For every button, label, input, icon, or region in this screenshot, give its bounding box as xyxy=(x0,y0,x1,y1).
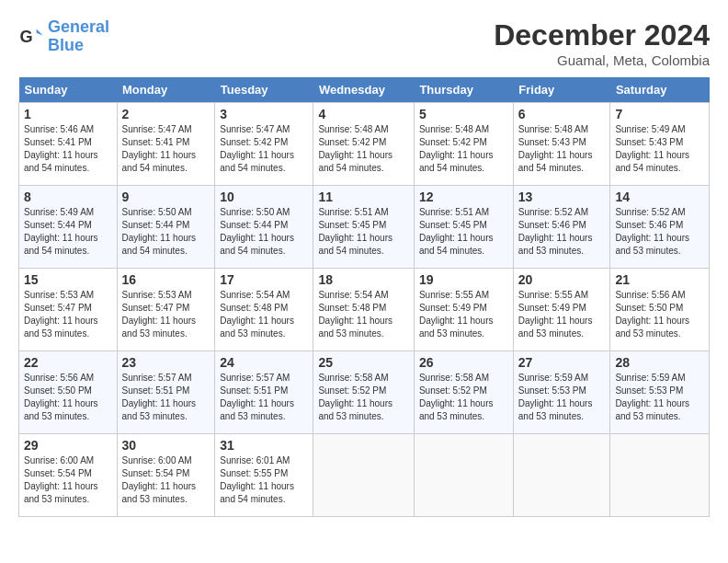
day-info: Sunrise: 5:52 AMSunset: 5:46 PMDaylight:… xyxy=(615,207,689,256)
weekday-wednesday: Wednesday xyxy=(313,77,415,103)
day-cell: 2 Sunrise: 5:47 AMSunset: 5:41 PMDayligh… xyxy=(117,103,215,186)
day-cell: 1 Sunrise: 5:46 AMSunset: 5:41 PMDayligh… xyxy=(19,103,118,186)
day-info: Sunrise: 5:58 AMSunset: 5:52 PMDaylight:… xyxy=(318,373,392,421)
day-info: Sunrise: 5:48 AMSunset: 5:42 PMDaylight:… xyxy=(318,124,392,173)
day-number: 2 xyxy=(122,107,210,121)
day-cell xyxy=(513,434,610,517)
day-number: 22 xyxy=(24,355,112,370)
day-cell: 17 Sunrise: 5:54 AMSunset: 5:48 PMDaylig… xyxy=(215,269,313,351)
day-cell: 29 Sunrise: 6:00 AMSunset: 5:54 PMDaylig… xyxy=(19,434,118,517)
week-row-1: 1 Sunrise: 5:46 AMSunset: 5:41 PMDayligh… xyxy=(19,103,710,186)
logo-line1: General xyxy=(48,17,109,36)
day-number: 28 xyxy=(615,355,704,370)
day-number: 21 xyxy=(615,272,704,287)
day-cell: 12 Sunrise: 5:51 AMSunset: 5:45 PMDaylig… xyxy=(414,186,513,269)
day-info: Sunrise: 5:58 AMSunset: 5:52 PMDaylight:… xyxy=(419,373,494,421)
day-info: Sunrise: 6:00 AMSunset: 5:54 PMDaylight:… xyxy=(122,455,197,504)
day-info: Sunrise: 5:59 AMSunset: 5:53 PMDaylight:… xyxy=(615,373,689,421)
day-cell: 14 Sunrise: 5:52 AMSunset: 5:46 PMDaylig… xyxy=(610,186,710,269)
day-number: 7 xyxy=(615,107,704,121)
day-number: 23 xyxy=(122,355,210,370)
day-info: Sunrise: 5:47 AMSunset: 5:41 PMDaylight:… xyxy=(122,124,197,173)
day-info: Sunrise: 5:54 AMSunset: 5:48 PMDaylight:… xyxy=(220,290,294,339)
day-number: 5 xyxy=(419,107,508,121)
day-number: 13 xyxy=(518,190,606,204)
day-number: 29 xyxy=(24,438,112,453)
day-number: 12 xyxy=(419,190,508,204)
day-info: Sunrise: 5:50 AMSunset: 5:44 PMDaylight:… xyxy=(220,207,294,256)
day-info: Sunrise: 5:52 AMSunset: 5:46 PMDaylight:… xyxy=(518,207,593,256)
day-cell: 30 Sunrise: 6:00 AMSunset: 5:54 PMDaylig… xyxy=(117,434,215,517)
day-number: 26 xyxy=(419,355,508,370)
location: Guamal, Meta, Colombia xyxy=(494,52,710,68)
day-cell: 13 Sunrise: 5:52 AMSunset: 5:46 PMDaylig… xyxy=(513,186,610,269)
day-cell: 11 Sunrise: 5:51 AMSunset: 5:45 PMDaylig… xyxy=(313,186,415,269)
day-info: Sunrise: 5:50 AMSunset: 5:44 PMDaylight:… xyxy=(122,207,197,256)
day-cell: 28 Sunrise: 5:59 AMSunset: 5:53 PMDaylig… xyxy=(610,351,710,434)
day-cell: 18 Sunrise: 5:54 AMSunset: 5:48 PMDaylig… xyxy=(313,269,415,351)
day-number: 25 xyxy=(318,355,409,370)
weekday-tuesday: Tuesday xyxy=(215,77,313,103)
day-info: Sunrise: 5:54 AMSunset: 5:48 PMDaylight:… xyxy=(318,290,392,339)
day-number: 6 xyxy=(518,107,606,121)
day-number: 31 xyxy=(220,438,308,453)
calendar: SundayMondayTuesdayWednesdayThursdayFrid… xyxy=(18,77,710,517)
day-cell: 27 Sunrise: 5:59 AMSunset: 5:53 PMDaylig… xyxy=(513,351,610,434)
day-cell: 26 Sunrise: 5:58 AMSunset: 5:52 PMDaylig… xyxy=(414,351,513,434)
title-section: December 2024 Guamal, Meta, Colombia xyxy=(494,18,710,68)
day-cell: 4 Sunrise: 5:48 AMSunset: 5:42 PMDayligh… xyxy=(313,103,415,186)
weekday-monday: Monday xyxy=(117,77,215,103)
day-info: Sunrise: 5:47 AMSunset: 5:42 PMDaylight:… xyxy=(220,124,294,173)
day-cell: 23 Sunrise: 5:57 AMSunset: 5:51 PMDaylig… xyxy=(117,351,215,434)
day-number: 11 xyxy=(318,190,409,204)
day-cell: 7 Sunrise: 5:49 AMSunset: 5:43 PMDayligh… xyxy=(610,103,710,186)
day-number: 16 xyxy=(122,272,210,287)
weekday-saturday: Saturday xyxy=(610,77,710,103)
day-cell: 8 Sunrise: 5:49 AMSunset: 5:44 PMDayligh… xyxy=(19,186,118,269)
month-year: December 2024 xyxy=(494,18,710,52)
weekday-header-row: SundayMondayTuesdayWednesdayThursdayFrid… xyxy=(19,77,710,103)
day-cell: 21 Sunrise: 5:56 AMSunset: 5:50 PMDaylig… xyxy=(610,269,710,351)
svg-text:G: G xyxy=(19,27,32,45)
day-cell: 3 Sunrise: 5:47 AMSunset: 5:42 PMDayligh… xyxy=(215,103,313,186)
day-info: Sunrise: 5:48 AMSunset: 5:42 PMDaylight:… xyxy=(419,124,494,173)
day-cell xyxy=(610,434,710,517)
day-cell xyxy=(313,434,415,517)
logo-icon: G xyxy=(18,24,44,50)
day-cell: 22 Sunrise: 5:56 AMSunset: 5:50 PMDaylig… xyxy=(19,351,118,434)
day-cell: 9 Sunrise: 5:50 AMSunset: 5:44 PMDayligh… xyxy=(117,186,215,269)
day-cell: 6 Sunrise: 5:48 AMSunset: 5:43 PMDayligh… xyxy=(513,103,610,186)
day-cell: 15 Sunrise: 5:53 AMSunset: 5:47 PMDaylig… xyxy=(19,269,118,351)
day-info: Sunrise: 6:01 AMSunset: 5:55 PMDaylight:… xyxy=(220,455,294,504)
day-info: Sunrise: 5:57 AMSunset: 5:51 PMDaylight:… xyxy=(122,373,197,421)
day-info: Sunrise: 5:57 AMSunset: 5:51 PMDaylight:… xyxy=(220,373,294,421)
day-info: Sunrise: 5:51 AMSunset: 5:45 PMDaylight:… xyxy=(419,207,494,256)
day-info: Sunrise: 5:56 AMSunset: 5:50 PMDaylight:… xyxy=(615,290,689,339)
day-cell: 31 Sunrise: 6:01 AMSunset: 5:55 PMDaylig… xyxy=(215,434,313,517)
day-cell: 16 Sunrise: 5:53 AMSunset: 5:47 PMDaylig… xyxy=(117,269,215,351)
day-info: Sunrise: 5:49 AMSunset: 5:43 PMDaylight:… xyxy=(615,124,689,173)
day-number: 3 xyxy=(220,107,308,121)
day-number: 9 xyxy=(122,190,210,204)
week-row-3: 15 Sunrise: 5:53 AMSunset: 5:47 PMDaylig… xyxy=(19,269,710,351)
day-cell: 24 Sunrise: 5:57 AMSunset: 5:51 PMDaylig… xyxy=(215,351,313,434)
day-info: Sunrise: 5:55 AMSunset: 5:49 PMDaylight:… xyxy=(419,290,494,339)
day-cell: 5 Sunrise: 5:48 AMSunset: 5:42 PMDayligh… xyxy=(414,103,513,186)
day-info: Sunrise: 5:46 AMSunset: 5:41 PMDaylight:… xyxy=(24,124,98,173)
day-number: 17 xyxy=(220,272,308,287)
day-cell: 25 Sunrise: 5:58 AMSunset: 5:52 PMDaylig… xyxy=(313,351,415,434)
calendar-body: 1 Sunrise: 5:46 AMSunset: 5:41 PMDayligh… xyxy=(19,103,710,517)
day-number: 30 xyxy=(122,438,210,453)
day-info: Sunrise: 5:55 AMSunset: 5:49 PMDaylight:… xyxy=(518,290,593,339)
day-number: 19 xyxy=(419,272,508,287)
weekday-friday: Friday xyxy=(513,77,610,103)
day-info: Sunrise: 6:00 AMSunset: 5:54 PMDaylight:… xyxy=(24,455,98,504)
day-number: 15 xyxy=(24,272,112,287)
day-info: Sunrise: 5:53 AMSunset: 5:47 PMDaylight:… xyxy=(24,290,98,339)
logo-text: General Blue xyxy=(48,18,109,55)
day-info: Sunrise: 5:51 AMSunset: 5:45 PMDaylight:… xyxy=(318,207,392,256)
week-row-4: 22 Sunrise: 5:56 AMSunset: 5:50 PMDaylig… xyxy=(19,351,710,434)
day-number: 20 xyxy=(518,272,606,287)
weekday-sunday: Sunday xyxy=(19,77,118,103)
day-number: 18 xyxy=(318,272,409,287)
